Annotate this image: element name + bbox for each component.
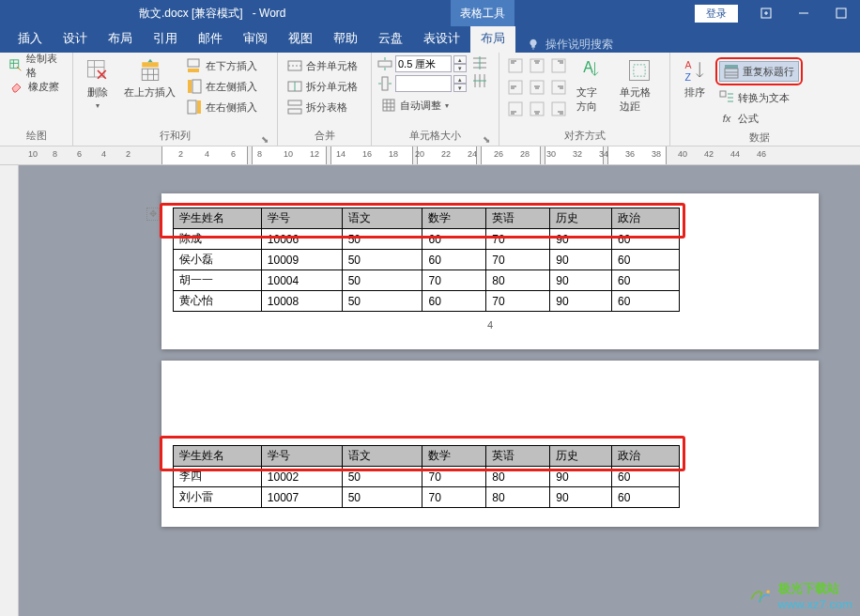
table-header-cell[interactable]: 学生姓名: [174, 446, 262, 467]
tell-me-search[interactable]: 操作说明搜索: [515, 37, 613, 53]
horizontal-ruler[interactable]: 1086422468101214161820222426283032343638…: [0, 146, 860, 165]
convert-to-text-button[interactable]: 转换为文本: [715, 87, 803, 108]
tab-cloud[interactable]: 云盘: [368, 25, 413, 53]
align-bot-right[interactable]: [548, 99, 569, 119]
table-header-cell[interactable]: 学号: [261, 446, 342, 467]
table-row[interactable]: 刘小雷100075070809060: [174, 487, 680, 508]
table-cell[interactable]: 90: [550, 229, 612, 250]
table-cell[interactable]: 胡一一: [174, 270, 262, 291]
table-cell[interactable]: 60: [612, 291, 680, 312]
text-direction-button[interactable]: A 文字方向: [571, 55, 612, 127]
table-cell[interactable]: 10009: [261, 250, 342, 270]
insert-left-button[interactable]: 在左侧插入: [183, 76, 261, 97]
tab-view[interactable]: 视图: [278, 25, 323, 53]
autofit-button[interactable]: 自动调整 ▾: [377, 95, 467, 116]
table-cell[interactable]: 50: [342, 250, 422, 270]
table-header-cell[interactable]: 数学: [422, 446, 486, 467]
insert-below-button[interactable]: 在下方插入: [183, 55, 261, 76]
table-row[interactable]: 侯小磊100095060709060: [174, 250, 680, 270]
table-cell[interactable]: 60: [612, 487, 680, 508]
tab-review[interactable]: 审阅: [233, 25, 278, 53]
table-cell[interactable]: 陈成: [174, 229, 262, 250]
table-cell[interactable]: 60: [612, 250, 680, 270]
tab-insert[interactable]: 插入: [8, 25, 53, 53]
table-cell[interactable]: 80: [486, 467, 550, 487]
data-table-page1[interactable]: 学生姓名学号语文数学英语历史政治 陈成100065060709060侯小磊100…: [173, 208, 680, 312]
table-header-cell[interactable]: 学生姓名: [174, 208, 262, 229]
repeat-header-rows-button[interactable]: 重复标题行: [719, 61, 799, 82]
tab-help[interactable]: 帮助: [323, 25, 368, 53]
split-table-button[interactable]: 拆分表格: [284, 97, 361, 117]
table-cell[interactable]: 70: [422, 487, 486, 508]
insert-right-button[interactable]: 在右侧插入: [183, 97, 261, 117]
align-mid-center[interactable]: [527, 77, 547, 98]
table-cell[interactable]: 60: [422, 291, 486, 312]
row-height-input[interactable]: [395, 55, 452, 72]
table-cell[interactable]: 50: [342, 229, 422, 250]
table-header-cell[interactable]: 语文: [342, 446, 422, 467]
table-cell[interactable]: 10008: [261, 291, 342, 312]
align-bot-left[interactable]: [505, 99, 526, 119]
table-cell[interactable]: 80: [486, 487, 550, 508]
col-width-spinner[interactable]: ▴▾: [453, 75, 467, 92]
table-cell[interactable]: 60: [612, 467, 680, 487]
table-header-cell[interactable]: 学号: [261, 208, 342, 229]
table-cell[interactable]: 90: [550, 467, 612, 487]
table-header-cell[interactable]: 英语: [486, 208, 550, 229]
table-cell[interactable]: 李四: [174, 467, 262, 487]
table-cell[interactable]: 60: [422, 229, 486, 250]
merge-cells-button[interactable]: 合并单元格: [284, 55, 361, 76]
eraser-button[interactable]: 橡皮擦: [6, 76, 67, 97]
table-cell[interactable]: 70: [486, 250, 550, 270]
table-cell[interactable]: 60: [612, 270, 680, 291]
col-width-input[interactable]: [395, 75, 452, 92]
table-cell[interactable]: 70: [486, 229, 550, 250]
align-top-right[interactable]: [548, 55, 569, 76]
table-cell[interactable]: 50: [342, 467, 422, 487]
table-cell[interactable]: 80: [486, 270, 550, 291]
table-cell[interactable]: 50: [342, 291, 422, 312]
sort-button[interactable]: AZ 排序: [676, 55, 714, 129]
table-cell[interactable]: 60: [422, 250, 486, 270]
tab-design[interactable]: 设计: [53, 25, 98, 53]
cellsize-launcher-icon[interactable]: ⬊: [482, 134, 491, 144]
vertical-ruler[interactable]: [0, 165, 19, 616]
tab-table-layout[interactable]: 布局: [470, 25, 515, 53]
table-cell[interactable]: 90: [550, 250, 612, 270]
table-cell[interactable]: 70: [486, 291, 550, 312]
table-header-cell[interactable]: 历史: [550, 446, 612, 467]
table-cell[interactable]: 60: [612, 229, 680, 250]
align-mid-right[interactable]: [548, 77, 569, 98]
table-header-cell[interactable]: 政治: [612, 208, 680, 229]
table-header-cell[interactable]: 语文: [342, 208, 422, 229]
delete-button[interactable]: 删除▾: [79, 55, 116, 127]
distribute-rows-icon[interactable]: [472, 55, 487, 70]
tab-references[interactable]: 引用: [143, 25, 188, 53]
table-cell[interactable]: 70: [422, 270, 486, 291]
table-row[interactable]: 陈成100065060709060: [174, 229, 680, 250]
data-table-page2[interactable]: 学生姓名学号语文数学英语历史政治 李四100025070809060刘小雷100…: [173, 445, 680, 508]
maximize-button[interactable]: [822, 0, 860, 26]
table-cell[interactable]: 70: [422, 467, 486, 487]
table-header-cell[interactable]: 数学: [422, 208, 486, 229]
align-top-center[interactable]: [527, 55, 547, 76]
table-cell[interactable]: 黄心怡: [174, 291, 262, 312]
table-cell[interactable]: 50: [342, 270, 422, 291]
table-anchor-icon[interactable]: ✥: [146, 208, 160, 221]
table-cell[interactable]: 50: [342, 487, 422, 508]
rowscols-launcher-icon[interactable]: ⬊: [260, 134, 269, 144]
draw-table-button[interactable]: 绘制表格: [6, 55, 67, 76]
align-bot-center[interactable]: [527, 99, 547, 119]
align-top-left[interactable]: [505, 55, 526, 76]
distribute-cols-icon[interactable]: [472, 73, 487, 88]
minimize-button[interactable]: [785, 0, 822, 26]
login-button[interactable]: 登录: [695, 5, 738, 23]
table-cell[interactable]: 侯小磊: [174, 250, 262, 270]
table-cell[interactable]: 90: [550, 270, 612, 291]
tab-table-design[interactable]: 表设计: [413, 25, 470, 53]
ribbon-options-button[interactable]: [747, 0, 785, 26]
table-row[interactable]: 李四100025070809060: [174, 467, 680, 487]
row-height-spinner[interactable]: ▴▾: [453, 55, 467, 72]
table-cell[interactable]: 90: [550, 487, 612, 508]
table-cell[interactable]: 刘小雷: [174, 487, 262, 508]
